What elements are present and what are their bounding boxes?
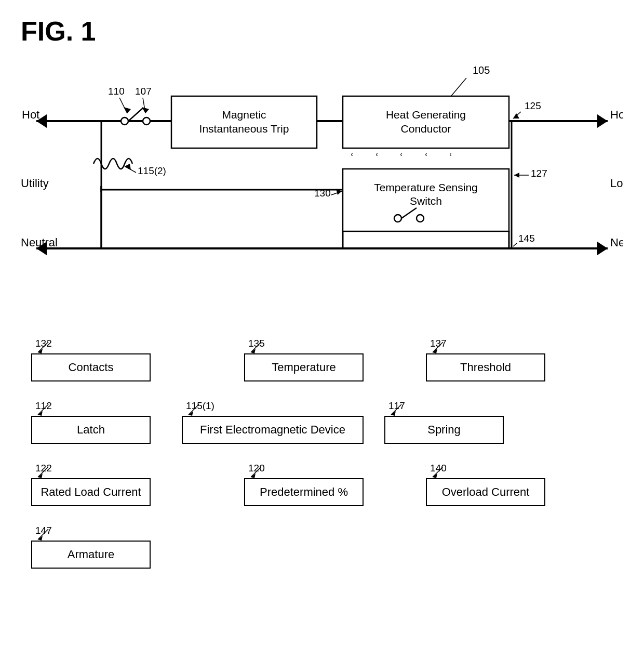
svg-point-23 [394,215,401,222]
svg-marker-50 [391,411,396,416]
labels-section: 132 Contacts 135 Temperature 137 [21,338,623,569]
label-load: Load [610,177,623,190]
label-latch-wrapper: 112 Latch [31,400,151,444]
label-rated-load-wrapper: 122 Rated Load Current [31,463,151,506]
svg-marker-42 [251,349,256,353]
svg-line-47 [189,404,199,415]
ref-115-2: 115(2) [138,165,166,176]
ref-145: 145 [518,233,535,244]
ref-125: 125 [525,100,541,111]
label-threshold-wrapper: 137 Threshold [426,338,545,381]
ref-107: 107 [135,86,152,97]
svg-line-49 [391,404,401,415]
label-utility: Utility [21,177,49,190]
svg-point-25 [417,215,424,222]
label-neutral-left: Neutral [21,236,58,249]
label-temperature: Temperature [244,353,364,381]
label-overload: Overload Current [426,478,545,506]
label-predetermined: Predetermined % [244,478,364,506]
svg-text:Instantaneous Trip: Instantaneous Trip [199,123,289,135]
svg-text:Magnetic: Magnetic [222,109,266,121]
label-spring: Spring [384,416,504,444]
label-fem-wrapper: 115(1) First Electromagnetic Device [182,400,364,444]
svg-marker-52 [38,473,43,478]
label-armature-wrapper: 147 Armature [31,525,151,569]
box-magnetic [171,96,317,148]
label-threshold: Threshold [426,353,545,381]
svg-line-43 [433,342,443,352]
svg-text:Switch: Switch [410,195,442,207]
svg-line-55 [433,467,443,477]
label-predetermined-wrapper: 120 Predetermined % [244,463,364,506]
svg-marker-7 [597,242,608,255]
svg-marker-12 [142,107,149,113]
label-contacts: Contacts [31,353,151,381]
label-hot-left: Hot [22,108,39,121]
svg-marker-40 [38,349,43,353]
ref-105: 105 [473,64,490,76]
svg-line-8 [128,108,143,121]
svg-marker-48 [189,411,193,416]
label-overload-wrapper: 140 Overload Current [426,463,545,506]
label-spring-wrapper: 117 Spring [384,400,504,444]
svg-marker-58 [38,536,43,541]
switch-contact-left [121,117,128,125]
label-hot-right: Hot [610,108,623,121]
label-contacts-wrapper: 132 Contacts [31,338,151,381]
svg-line-45 [38,404,48,415]
ref-110: 110 [108,86,125,97]
circuit-diagram: 105 Hot Utility Neutral Hot Load Neutral [21,52,623,327]
switch-contact-right [143,117,150,125]
svg-marker-4 [597,114,608,128]
svg-line-32 [513,243,517,246]
box-heat [343,96,509,148]
svg-marker-44 [433,349,437,353]
svg-text:Conductor: Conductor [401,123,451,135]
svg-line-57 [38,529,48,539]
svg-marker-31 [514,173,519,178]
label-armature: Armature [31,541,151,569]
svg-marker-16 [125,164,131,170]
heat-waves: ʿ ʿ ʿ ʿ ʿ [351,152,462,163]
svg-text:Heat Generating: Heat Generating [386,109,466,121]
figure-title: FIG. 1 [21,16,623,47]
svg-line-51 [38,467,48,477]
svg-line-41 [251,342,261,352]
label-temperature-wrapper: 135 Temperature [244,338,364,381]
svg-line-39 [38,342,48,352]
label-neutral-right: Neutral [610,236,623,249]
svg-marker-56 [433,473,437,478]
svg-line-53 [251,467,261,477]
svg-marker-10 [124,107,131,113]
label-first-em-device: First Electromagnetic Device [182,416,364,444]
ref-127: 127 [531,168,547,179]
svg-marker-46 [38,411,43,416]
svg-text:Temperature Sensing: Temperature Sensing [374,181,478,193]
svg-marker-54 [251,473,256,478]
label-rated-load: Rated Load Current [31,478,151,506]
label-latch: Latch [31,416,151,444]
